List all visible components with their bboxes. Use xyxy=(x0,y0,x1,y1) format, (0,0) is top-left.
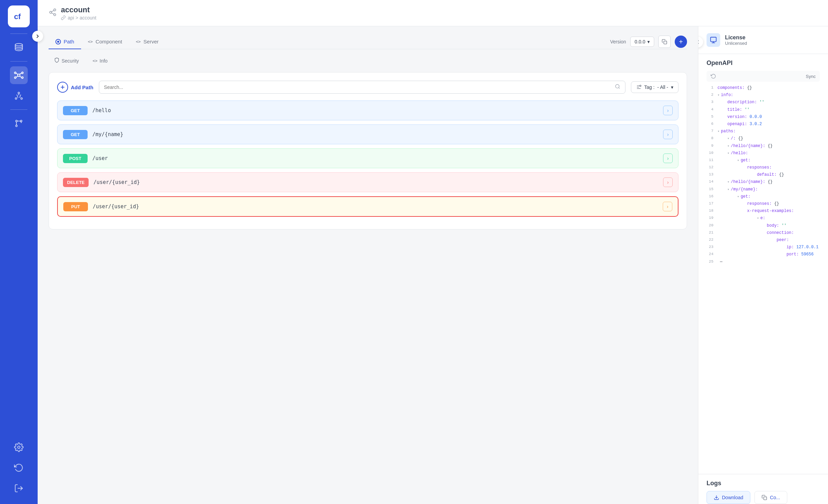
sidebar-logo[interactable]: cf xyxy=(8,5,30,27)
path-url-2: /my/{name} xyxy=(92,131,663,137)
code-line: 1 components: {} xyxy=(707,84,820,92)
tab-component[interactable]: <> Component xyxy=(81,35,129,49)
method-badge-put: PUT xyxy=(63,202,88,211)
code-line: 4 title: '' xyxy=(707,106,820,114)
right-panel: License Unlicensed OpenAPI Sync 1 xyxy=(698,26,828,504)
code-line: 12 responses: xyxy=(707,164,820,171)
path-expand-arrow-5[interactable]: › xyxy=(663,202,672,211)
account-breadcrumb: api > account xyxy=(61,15,96,21)
sidebar-item-branch[interactable] xyxy=(10,115,28,132)
code-line: 15 ▾/my/{name}: xyxy=(707,186,820,193)
svg-point-6 xyxy=(22,77,23,79)
code-line: 14 ▾/hello/{name}: {} xyxy=(707,178,820,186)
code-line: 18 x-request-examples: xyxy=(707,208,820,215)
code-line: 8 ▾/: {} xyxy=(707,135,820,142)
sidebar-item-logout[interactable] xyxy=(10,479,28,497)
sidebar-item-nodes[interactable] xyxy=(10,87,28,105)
svg-point-13 xyxy=(18,446,20,449)
search-icon xyxy=(615,84,620,91)
path-item-post-user[interactable]: POST /user › xyxy=(57,148,678,168)
sub-navigation: Security <> Info xyxy=(49,55,687,67)
tab-path[interactable]: Path xyxy=(49,35,81,49)
download-label: Download xyxy=(722,495,743,500)
code-viewer: 1 components: {} 2 ▾info: 3 description:… xyxy=(707,84,820,468)
method-badge-post: POST xyxy=(63,154,88,163)
main-content: Path <> Component <> Server Version 0.0.… xyxy=(38,26,698,504)
svg-point-28 xyxy=(639,85,641,87)
code-line: 6 openapi: 3.0.2 xyxy=(707,121,820,128)
tag-filter[interactable]: Tag : - All - ▾ xyxy=(631,81,678,93)
version-select[interactable]: 0.0.0 ▾ xyxy=(630,37,654,47)
svg-line-24 xyxy=(619,88,620,89)
tab-component-label: Component xyxy=(95,39,122,44)
paths-panel: Add Path xyxy=(49,72,687,229)
tab-navigation: Path <> Component <> Server Version 0.0.… xyxy=(49,35,687,49)
add-path-label: Add Path xyxy=(71,84,93,90)
refresh-icon[interactable] xyxy=(711,74,716,79)
svg-point-8 xyxy=(15,98,17,100)
sync-button[interactable]: Sync xyxy=(806,74,816,79)
version-copy-button[interactable] xyxy=(658,36,671,48)
svg-point-4 xyxy=(22,72,23,74)
svg-point-7 xyxy=(18,92,20,94)
code-line: 13 default: {} xyxy=(707,171,820,178)
sidebar-item-database[interactable] xyxy=(10,39,28,56)
code-line: 2 ▾info: xyxy=(707,92,820,99)
path-expand-arrow[interactable]: › xyxy=(663,106,673,115)
sub-tab-info[interactable]: <> Info xyxy=(87,55,113,66)
code-line: 7 ▾paths: xyxy=(707,128,820,135)
license-icon xyxy=(707,33,720,47)
sidebar-expand-button[interactable] xyxy=(32,31,43,42)
code-line: 19 ▾e: xyxy=(707,215,820,222)
tab-path-radio-icon xyxy=(55,39,61,44)
tag-value: - All - xyxy=(657,84,668,90)
search-box[interactable] xyxy=(99,81,625,94)
sidebar-item-history[interactable] xyxy=(10,459,28,477)
svg-point-15 xyxy=(54,9,56,11)
sidebar-divider-3 xyxy=(10,109,27,110)
path-item-delete-user[interactable]: DELETE /user/{user_id} › xyxy=(57,172,678,192)
path-expand-arrow-2[interactable]: › xyxy=(663,130,673,139)
copy-icon xyxy=(762,495,767,500)
version-label: Version xyxy=(610,39,626,44)
sub-tab-security[interactable]: Security xyxy=(49,55,85,67)
code-line: 21 connection: xyxy=(707,229,820,237)
account-header: account api > account xyxy=(38,0,828,26)
path-item-put-user[interactable]: PUT /user/{user_id} › xyxy=(57,196,678,217)
svg-point-16 xyxy=(50,11,52,13)
logs-title: Logs xyxy=(707,480,820,487)
path-url-3: /user xyxy=(92,155,663,161)
path-url-4: /user/{user_id} xyxy=(93,179,663,185)
sidebar-item-api[interactable] xyxy=(10,66,28,84)
add-path-button[interactable]: Add Path xyxy=(57,82,93,93)
tag-chevron-icon: ▾ xyxy=(671,84,673,90)
path-expand-arrow-3[interactable]: › xyxy=(663,154,673,163)
account-share-icon xyxy=(49,8,57,18)
add-path-plus-icon xyxy=(57,82,68,93)
sidebar-item-settings[interactable] xyxy=(10,438,28,456)
openapi-toolbar: Sync xyxy=(707,71,820,82)
code-line: 5 version: 0.0.0 xyxy=(707,114,820,121)
logs-toolbar: Download Co... xyxy=(707,491,820,504)
code-icon: <> xyxy=(93,58,98,63)
code-line: 25 — xyxy=(707,258,820,266)
tab-server-label: Server xyxy=(143,39,158,44)
logs-copy-button[interactable]: Co... xyxy=(754,491,787,504)
svg-point-3 xyxy=(14,72,16,74)
svg-point-5 xyxy=(14,77,16,79)
add-version-button[interactable]: + xyxy=(675,36,687,48)
code-line: 9 ▾/hello/{name}: {} xyxy=(707,143,820,150)
paths-toolbar: Add Path xyxy=(57,81,678,94)
shield-icon xyxy=(54,57,60,64)
license-title: License xyxy=(725,35,747,41)
tab-path-label: Path xyxy=(64,39,74,44)
path-item-get-hello[interactable]: GET /hello › xyxy=(57,101,678,120)
logs-download-button[interactable]: Download xyxy=(707,491,750,504)
method-badge-delete: DELETE xyxy=(63,178,89,187)
path-item-get-my-name[interactable]: GET /my/{name} › xyxy=(57,124,678,144)
method-badge-get: GET xyxy=(63,106,88,115)
tab-server[interactable]: <> Server xyxy=(129,35,166,49)
search-input[interactable] xyxy=(104,84,612,90)
path-expand-arrow-4[interactable]: › xyxy=(663,177,673,187)
svg-point-1 xyxy=(15,43,23,46)
